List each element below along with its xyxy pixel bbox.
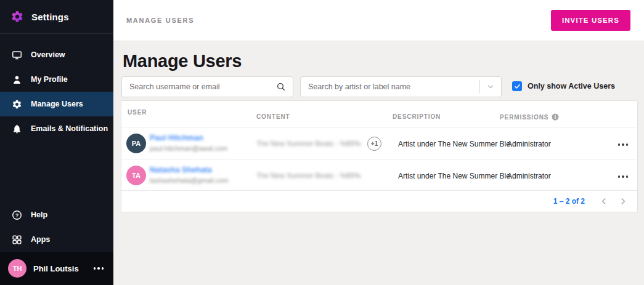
kebab-menu-icon[interactable]	[618, 141, 629, 148]
sidebar-item-emails-notification[interactable]: Emails & Notification	[0, 116, 113, 141]
sidebar-item-label: My Profile	[31, 75, 68, 84]
user-name-link[interactable]: Natasha Shehata	[150, 166, 212, 174]
table-header-row: USER CONTENT DESCRIPTION PERMISSIONS	[121, 101, 637, 127]
search-username-field	[121, 76, 293, 97]
sidebar-item-overview[interactable]: Overview	[0, 42, 113, 67]
sidebar-item-label: Overview	[31, 50, 65, 59]
table-row: PA Paul Hitchman paul.hitchman@awal.com …	[121, 127, 637, 159]
sidebar-spacer	[0, 141, 113, 203]
user-name: Phil Loutsis	[33, 264, 87, 273]
monitor-icon	[12, 50, 22, 60]
avatar: TA	[126, 166, 146, 185]
grid-icon	[12, 235, 22, 245]
content-cell: The New Summer Beats - %89%454...	[256, 140, 361, 147]
users-table: USER CONTENT DESCRIPTION PERMISSIONS PA …	[121, 100, 638, 212]
user-email: paul.hitchman@awal.com	[150, 145, 227, 152]
person-icon	[12, 74, 22, 85]
description-cell: Artist under The New Summer Ble...	[398, 172, 516, 180]
active-users-checkbox[interactable]	[512, 81, 522, 91]
page-title: Manage Users	[123, 51, 242, 71]
info-icon[interactable]	[552, 113, 559, 121]
search-artist-field	[300, 76, 502, 97]
sidebar-item-label: Apps	[31, 235, 50, 244]
question-circle-icon: ?	[12, 210, 22, 220]
sidebar-item-apps[interactable]: Apps	[0, 227, 113, 252]
column-header-permissions: PERMISSIONS	[500, 113, 559, 121]
invite-users-button[interactable]: INVITE USERS	[551, 10, 630, 31]
avatar: PA	[126, 134, 146, 153]
svg-text:?: ?	[15, 212, 18, 218]
permissions-cell: Administrator	[507, 140, 551, 148]
settings-logo-gear-icon	[10, 10, 24, 23]
gear-icon	[12, 99, 22, 110]
search-username-input[interactable]	[122, 82, 274, 91]
sidebar-user-footer[interactable]: TH Phil Loutsis	[0, 252, 113, 285]
sidebar-header: Settings	[0, 0, 113, 34]
avatar: TH	[8, 259, 26, 278]
active-users-checkbox-label: Only show Active Users	[528, 82, 615, 90]
chevron-right-icon	[619, 197, 627, 206]
search-icon[interactable]	[274, 82, 293, 92]
column-header-user: USER	[128, 109, 147, 116]
only-active-users-filter[interactable]: Only show Active Users	[512, 81, 615, 91]
chevron-down-icon[interactable]	[480, 82, 501, 91]
sidebar-item-label: Emails & Notification	[31, 124, 108, 133]
bell-icon	[12, 124, 22, 134]
sidebar-nav: Overview My Profile Manage Users	[0, 34, 113, 141]
user-email: tashashehata@gmail.com	[150, 177, 228, 184]
content-cell: The New Summer Beats - %89%454...	[256, 172, 361, 179]
permissions-cell: Administrator	[507, 172, 551, 180]
pagination-prev-button[interactable]	[597, 196, 611, 207]
column-header-description: DESCRIPTION	[393, 113, 441, 120]
kebab-menu-icon[interactable]	[618, 173, 629, 180]
app-title: Settings	[31, 12, 69, 22]
pagination-next-button[interactable]	[616, 196, 630, 207]
sidebar-item-label: Help	[31, 211, 47, 219]
table-row: TA Natasha Shehata tashashehata@gmail.co…	[121, 159, 637, 191]
sidebar: Settings Overview My Profile	[0, 0, 113, 285]
description-cell: Artist under The New Summer Ble...	[398, 140, 516, 148]
sidebar-item-manage-users[interactable]: Manage Users	[0, 92, 113, 116]
kebab-menu-icon[interactable]	[94, 265, 104, 272]
pagination-range-label: 1 – 2 of 2	[553, 197, 585, 206]
chevron-left-icon	[600, 197, 608, 206]
user-name-link[interactable]: Paul Hitchman	[150, 134, 203, 142]
sidebar-secondary-nav: ? Help Apps	[0, 203, 113, 252]
table-pagination: 1 – 2 of 2	[121, 191, 637, 212]
sidebar-item-my-profile[interactable]: My Profile	[0, 67, 113, 92]
content-more-badge[interactable]: +1	[367, 137, 381, 151]
breadcrumb: MANAGE USERS	[126, 17, 194, 24]
sidebar-item-label: Manage Users	[31, 100, 83, 108]
column-header-content: CONTENT	[256, 113, 290, 120]
topbar: MANAGE USERS INVITE USERS	[113, 0, 644, 41]
sidebar-item-help[interactable]: ? Help	[0, 203, 113, 227]
search-artist-input[interactable]	[301, 82, 479, 91]
